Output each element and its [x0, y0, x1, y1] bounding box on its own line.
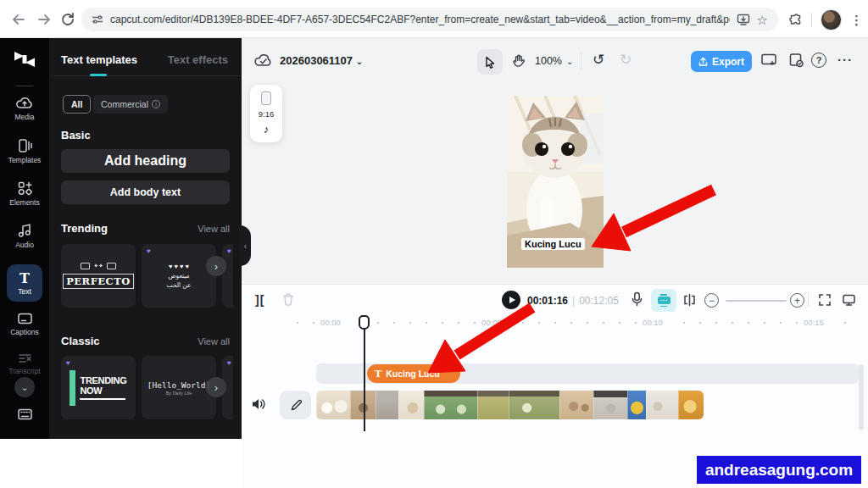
sidebar-item-media[interactable]: Media	[0, 96, 49, 121]
timeline-zoom-slider[interactable]	[726, 300, 787, 302]
template-card-trending-now[interactable]: ♥ TRENDING NOW	[61, 356, 136, 419]
hand-tool-icon[interactable]	[511, 53, 526, 69]
aspect-ratio-widget[interactable]: 9:16 ♪	[250, 85, 282, 142]
redo-button[interactable]: ↻	[620, 51, 632, 69]
install-app-icon[interactable]	[737, 13, 750, 26]
sidebar-item-audio[interactable]: Audio	[0, 223, 49, 249]
preview-display-button[interactable]	[842, 293, 856, 307]
underline-bar	[80, 398, 125, 400]
panel-collapse-handle[interactable]: ‹	[240, 225, 251, 266]
hello-world-subtext: By Daily Life	[166, 391, 192, 396]
text-templates-panel: Text templates Text effects All Commerci…	[49, 38, 242, 439]
section-title-classic: Classic	[61, 335, 100, 347]
bookmark-star-icon[interactable]: ☆	[757, 14, 768, 26]
thumb-frame	[559, 391, 593, 419]
current-time: 00:01:16	[527, 295, 568, 307]
cover-edit-button[interactable]	[280, 391, 311, 419]
teal-accent-bar	[70, 370, 75, 406]
track-mute-button[interactable]	[251, 397, 266, 411]
export-button[interactable]: Export	[691, 51, 752, 72]
sidebar-item-transcript[interactable]: Transcript	[0, 352, 49, 375]
timeline-zoom-in-button[interactable]: +	[790, 293, 804, 308]
total-duration: 00:12:05	[579, 295, 619, 307]
thumb-frame	[350, 391, 376, 419]
tab-text-effects[interactable]: Text effects	[168, 53, 228, 66]
sidebar-collapse-chevron[interactable]: ⌄	[14, 377, 35, 397]
classic-next-button[interactable]: ›	[206, 377, 226, 397]
filter-chip-all[interactable]: All	[63, 95, 91, 114]
sidebar-item-captions[interactable]: Captions	[0, 312, 49, 336]
browser-toolbar: capcut.com/editor/4DB139E8-BDEE-4DF7-A65…	[0, 0, 868, 38]
template-card-perfecto[interactable]: ✦✦ PERFECTO	[61, 244, 136, 308]
sidebar-item-shortcuts[interactable]	[0, 408, 49, 420]
fullscreen-button[interactable]	[818, 293, 832, 307]
timeline-zoom-out-button[interactable]: −	[704, 293, 719, 308]
thumb-frame	[678, 391, 704, 419]
undo-button[interactable]: ↺	[593, 51, 604, 69]
trending-view-all-link[interactable]: View all	[198, 224, 230, 234]
browser-back-icon[interactable]	[10, 11, 27, 28]
address-bar[interactable]: capcut.com/editor/4DB139E8-BDEE-4DF7-A65…	[81, 8, 778, 31]
preview-text-overlay[interactable]: Kucing Lucu	[521, 238, 585, 250]
media-cloud-icon	[16, 96, 33, 110]
ratio-label: 9:16	[259, 109, 275, 119]
keyboard-icon	[17, 408, 33, 420]
profile-avatar[interactable]	[821, 9, 842, 30]
playhead-handle[interactable]	[359, 315, 370, 330]
site-settings-icon[interactable]	[92, 14, 103, 25]
split-clip-button[interactable]: ][	[255, 293, 264, 307]
project-name-text: 202603061107	[280, 54, 353, 67]
sidebar-item-text-active[interactable]: T Text	[7, 264, 42, 302]
templates-icon	[16, 138, 33, 153]
extensions-icon[interactable]	[788, 13, 803, 27]
auto-captions-button[interactable]	[651, 289, 676, 312]
template-card-partial[interactable]: ♥	[222, 244, 233, 308]
help-button[interactable]: ?	[811, 53, 826, 68]
browser-reload-icon[interactable]	[59, 11, 76, 28]
split-resize-button[interactable]	[682, 293, 697, 307]
tiktok-icon: ♪	[264, 123, 270, 136]
toolbar-divider	[581, 53, 581, 69]
capcut-logo-icon[interactable]	[13, 50, 36, 69]
favorite-heart-icon: ♥	[227, 247, 231, 255]
filter-chip-commercial[interactable]: Commercial i	[93, 95, 168, 114]
template-card-hello-world[interactable]: [Hello_World] By Daily Life	[142, 356, 216, 419]
tab-text-templates[interactable]: Text templates	[61, 53, 137, 66]
captions-highlight-icon	[658, 297, 670, 304]
voiceover-mic-button[interactable]	[631, 291, 643, 307]
delete-button[interactable]	[281, 292, 295, 307]
sidebar-item-elements[interactable]: Elements	[0, 180, 49, 207]
time-separator: |	[572, 295, 575, 307]
captions-icon	[17, 312, 33, 325]
trending-next-button[interactable]: ›	[206, 256, 226, 276]
play-button[interactable]	[502, 291, 520, 309]
zoom-level-value: 100%	[535, 55, 562, 67]
transcript-icon	[17, 352, 33, 364]
project-name[interactable]: 202603061107 ⌄	[280, 54, 363, 67]
url-text[interactable]: capcut.com/editor/4DB139E8-BDEE-4DF7-A65…	[110, 14, 730, 25]
favorite-heart-icon: ♥	[147, 247, 151, 255]
add-body-text-button[interactable]: Add body text	[61, 180, 230, 204]
template-card-arabic[interactable]: ♥ ♥ ♥ ♥ ♥ ميتعوض عن الحب	[142, 244, 216, 308]
export-screen-icon[interactable]	[760, 53, 777, 68]
video-clip-thumbnails[interactable]	[316, 391, 704, 419]
export-label: Export	[712, 56, 744, 68]
zoom-level-dropdown[interactable]: 100%⌄	[535, 55, 573, 67]
select-tool-button[interactable]	[477, 49, 503, 75]
ruler-tick-0000: 00:00	[314, 318, 347, 327]
classic-view-all-link[interactable]: View all	[198, 336, 230, 347]
text-clip-kucing-lucu[interactable]: T Kucing Lucu	[367, 364, 460, 383]
timeline-ruler[interactable]	[297, 322, 858, 324]
draft-check-icon[interactable]	[788, 53, 804, 68]
thumb-frame	[593, 391, 627, 419]
browser-forward-icon[interactable]	[36, 11, 53, 28]
cursor-pointer-icon	[484, 56, 496, 69]
add-heading-button[interactable]: Add heading	[61, 149, 230, 173]
cloud-saved-icon	[254, 53, 273, 68]
more-options-button[interactable]: ···	[837, 53, 853, 67]
timeline-scrollbar[interactable]	[859, 364, 864, 430]
sidebar-item-templates[interactable]: Templates	[0, 138, 49, 164]
text-icon: T	[19, 270, 30, 286]
browser-menu-icon[interactable]: ⋮	[850, 14, 863, 26]
template-title: PERFECTO	[63, 274, 134, 289]
